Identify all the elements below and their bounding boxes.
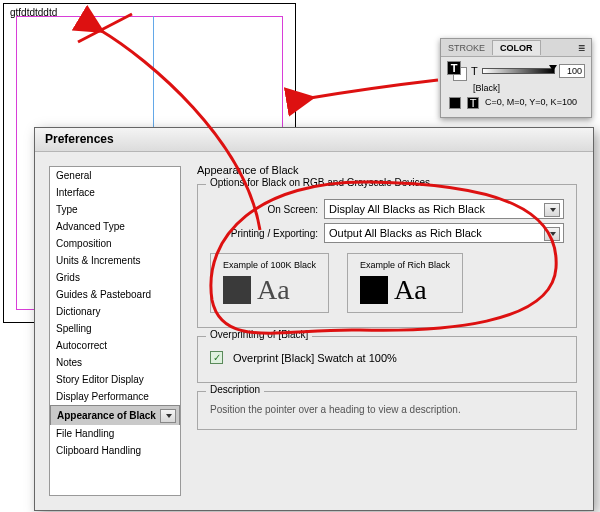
prefs-category-interface[interactable]: Interface [50,184,180,201]
overprint-checkbox[interactable] [210,351,223,364]
apply-text-icon[interactable]: T [467,97,479,109]
example-100k: Example of 100K Black Aa [210,253,329,313]
prefs-category-clipboard-handling[interactable]: Clipboard Handling [50,442,180,459]
printing-select[interactable]: Output All Blacks as Rich Black [324,223,564,243]
text-frame-content[interactable]: gtfdtdtddtd [10,7,57,18]
overprint-legend: Overprinting of [Black] [206,329,312,340]
prefs-category-grids[interactable]: Grids [50,269,180,286]
prefs-category-type[interactable]: Type [50,201,180,218]
swatch-100k [223,276,251,304]
tint-slider[interactable] [482,68,555,74]
preferences-dialog: Preferences GeneralInterfaceTypeAdvanced… [34,127,594,511]
description-group: Description Position the pointer over a … [197,391,577,430]
prefs-category-display-performance[interactable]: Display Performance [50,388,180,405]
prefs-category-composition[interactable]: Composition [50,235,180,252]
prefs-category-spelling[interactable]: Spelling [50,320,180,337]
panel-menu-icon[interactable]: ≡ [572,41,591,55]
cmyk-values: C=0, M=0, Y=0, K=100 [485,97,577,109]
description-legend: Description [206,384,264,395]
overprinting-group: Overprinting of [Black] Overprint [Black… [197,336,577,383]
tab-stroke[interactable]: STROKE [441,41,492,55]
printing-label: Printing / Exporting: [210,228,318,239]
prefs-category-general[interactable]: General [50,167,180,184]
apply-fill-icon[interactable] [449,97,461,109]
prefs-category-advanced-type[interactable]: Advanced Type [50,218,180,235]
description-text: Position the pointer over a heading to v… [210,404,564,415]
preferences-category-list[interactable]: GeneralInterfaceTypeAdvanced TypeComposi… [49,166,181,496]
section-heading: Appearance of Black [197,164,577,176]
tab-color[interactable]: COLOR [492,40,541,55]
prefs-category-units-increments[interactable]: Units & Increments [50,252,180,269]
options-black-group: Options for Black on RGB and Grayscale D… [197,184,577,328]
dialog-title: Preferences [35,128,593,152]
on-screen-label: On Screen: [210,204,318,215]
tint-label: T [471,65,478,77]
prefs-category-story-editor-display[interactable]: Story Editor Display [50,371,180,388]
prefs-category-autocorrect[interactable]: Autocorrect [50,337,180,354]
prefs-category-dictionary[interactable]: Dictionary [50,303,180,320]
overprint-label: Overprint [Black] Swatch at 100% [233,352,397,364]
fill-stroke-proxy[interactable]: T [447,61,467,81]
on-screen-select[interactable]: Display All Blacks as Rich Black [324,199,564,219]
tint-value[interactable]: 100 [559,64,585,78]
panel-tabs: STROKE COLOR ≡ [441,39,591,57]
example-rich: Example of Rich Black Aa [347,253,463,313]
swatch-name: [Black] [473,83,585,93]
options-legend: Options for Black on RGB and Grayscale D… [206,177,434,188]
prefs-category-appearance-of-black[interactable]: Appearance of Black [50,405,180,425]
prefs-category-notes[interactable]: Notes [50,354,180,371]
prefs-category-file-handling[interactable]: File Handling [50,425,180,442]
swatch-rich [360,276,388,304]
color-panel[interactable]: STROKE COLOR ≡ T T 100 [Black] T C=0, M=… [440,38,592,118]
prefs-category-guides-pasteboard[interactable]: Guides & Pasteboard [50,286,180,303]
